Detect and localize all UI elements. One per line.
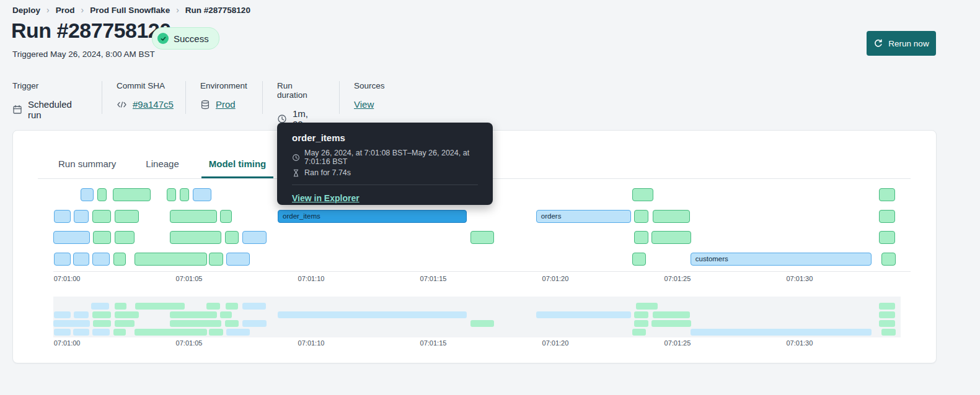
model-bar[interactable] bbox=[113, 329, 126, 336]
model-bar[interactable] bbox=[93, 231, 111, 244]
model-bar[interactable] bbox=[632, 253, 646, 266]
model-bar[interactable] bbox=[225, 231, 239, 244]
model-bar[interactable] bbox=[691, 329, 872, 336]
model-bar[interactable] bbox=[170, 210, 217, 223]
model-bar[interactable] bbox=[470, 231, 494, 244]
model-bar[interactable] bbox=[54, 253, 71, 266]
model-bar[interactable] bbox=[115, 303, 126, 310]
tab-lineage[interactable]: Lineage bbox=[138, 158, 186, 178]
model-bar[interactable] bbox=[881, 329, 896, 336]
model-bar[interactable] bbox=[115, 231, 135, 244]
model-bar[interactable] bbox=[170, 320, 221, 327]
model-bar[interactable] bbox=[115, 320, 135, 327]
timing-minimap[interactable] bbox=[53, 297, 901, 337]
model-bar[interactable] bbox=[170, 311, 217, 318]
hourglass-icon bbox=[292, 169, 300, 177]
model-bar[interactable] bbox=[536, 311, 631, 318]
model-bar[interactable] bbox=[54, 311, 71, 318]
model-bar[interactable] bbox=[113, 188, 151, 201]
model-bar[interactable] bbox=[209, 253, 223, 266]
model-bar[interactable] bbox=[54, 210, 71, 223]
model-bar[interactable] bbox=[135, 253, 207, 266]
model-bar[interactable] bbox=[170, 231, 221, 244]
model-bar[interactable] bbox=[226, 329, 250, 336]
model-bar[interactable] bbox=[91, 303, 109, 310]
model-bar[interactable] bbox=[115, 311, 139, 318]
model-bar[interactable] bbox=[879, 210, 895, 223]
model-bar[interactable] bbox=[634, 231, 648, 244]
calendar-icon bbox=[12, 105, 22, 115]
model-bar[interactable] bbox=[879, 188, 895, 201]
model-bar[interactable] bbox=[73, 329, 89, 336]
breadcrumb-item-prod-full-snowflake[interactable]: Prod Full Snowflake bbox=[90, 6, 170, 15]
minimap-time-axis: 07:01:0007:01:0507:01:1007:01:1507:01:20… bbox=[53, 339, 901, 348]
model-bar-orders[interactable]: orders bbox=[536, 210, 631, 223]
model-bar[interactable] bbox=[74, 210, 89, 223]
model-bar[interactable] bbox=[632, 188, 653, 201]
model-bar[interactable] bbox=[879, 231, 895, 244]
model-bar[interactable] bbox=[206, 303, 220, 310]
model-bar[interactable] bbox=[73, 253, 89, 266]
model-bar[interactable] bbox=[113, 253, 126, 266]
model-bar[interactable] bbox=[135, 303, 185, 310]
model-bar[interactable] bbox=[220, 210, 232, 223]
rerun-now-button[interactable]: Rerun now bbox=[867, 31, 936, 56]
model-bar[interactable] bbox=[634, 320, 648, 327]
model-bar[interactable] bbox=[53, 320, 90, 327]
model-bar[interactable] bbox=[92, 253, 110, 266]
detail-label: Run duration bbox=[277, 81, 308, 100]
model-bar[interactable] bbox=[226, 253, 250, 266]
model-bar[interactable] bbox=[209, 329, 223, 336]
model-bar[interactable] bbox=[225, 320, 239, 327]
model-bar[interactable] bbox=[651, 231, 691, 244]
detail-value[interactable]: #9a147c5 bbox=[133, 99, 174, 110]
model-bar[interactable] bbox=[242, 303, 266, 310]
model-bar[interactable] bbox=[632, 329, 646, 336]
model-bar[interactable] bbox=[81, 188, 94, 201]
model-bar[interactable] bbox=[193, 188, 211, 201]
model-bar[interactable] bbox=[54, 329, 71, 336]
model-bar[interactable] bbox=[278, 311, 467, 318]
model-bar[interactable] bbox=[879, 320, 895, 327]
model-bar[interactable] bbox=[92, 311, 111, 318]
model-bar[interactable] bbox=[242, 231, 267, 244]
axis-tick-label: 07:01:25 bbox=[664, 275, 691, 282]
model-bar-label: order_items bbox=[278, 211, 466, 222]
model-bar-customers[interactable]: customers bbox=[691, 253, 872, 266]
model-bar[interactable] bbox=[97, 188, 107, 201]
axis-tick-label: 07:01:00 bbox=[54, 339, 81, 347]
model-bar[interactable] bbox=[220, 311, 232, 318]
model-bar[interactable] bbox=[634, 311, 648, 318]
model-bar[interactable] bbox=[470, 320, 494, 327]
model-bar[interactable] bbox=[93, 320, 111, 327]
model-bar[interactable] bbox=[92, 329, 110, 336]
model-bar[interactable] bbox=[53, 231, 90, 244]
model-bar[interactable] bbox=[879, 311, 895, 318]
breadcrumb-item-deploy[interactable]: Deploy bbox=[12, 6, 40, 15]
detail-value[interactable]: Prod bbox=[216, 99, 236, 110]
triggered-timestamp: Triggered May 26, 2024, 8:00 AM BST bbox=[12, 50, 155, 59]
model-bar[interactable] bbox=[92, 210, 111, 223]
tab-run-summary[interactable]: Run summary bbox=[51, 158, 123, 178]
model-bar[interactable] bbox=[167, 188, 176, 201]
model-bar[interactable] bbox=[74, 311, 89, 318]
model-bar[interactable] bbox=[180, 188, 189, 201]
breadcrumb-item-prod[interactable]: Prod bbox=[56, 6, 75, 15]
axis-tick-label: 07:01:10 bbox=[298, 275, 325, 282]
model-bar[interactable] bbox=[653, 311, 690, 318]
model-bar[interactable] bbox=[651, 320, 691, 327]
model-bar[interactable] bbox=[881, 253, 896, 266]
model-bar[interactable] bbox=[636, 303, 658, 310]
model-bar[interactable] bbox=[653, 210, 690, 223]
model-bar[interactable] bbox=[879, 303, 895, 310]
model-bar[interactable] bbox=[135, 329, 207, 336]
detail-value[interactable]: View bbox=[354, 99, 374, 110]
tab-model-timing[interactable]: Model timing bbox=[201, 158, 274, 178]
breadcrumb-separator: › bbox=[81, 5, 84, 15]
model-bar[interactable] bbox=[115, 210, 139, 223]
model-bar[interactable] bbox=[634, 210, 648, 223]
model-bar-order_items[interactable]: order_items bbox=[278, 210, 467, 223]
view-in-explorer-link[interactable]: View in Explorer bbox=[292, 193, 360, 203]
model-bar[interactable] bbox=[226, 303, 238, 310]
model-bar[interactable] bbox=[242, 320, 267, 327]
